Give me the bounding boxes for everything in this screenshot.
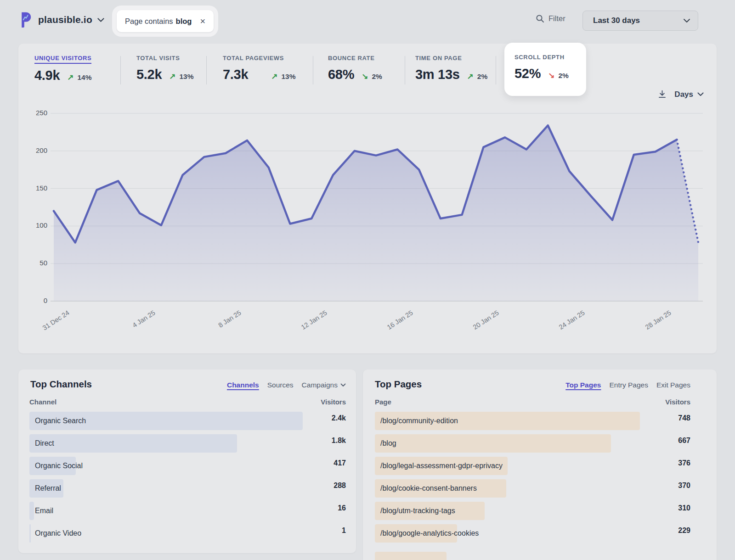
visitors-chart-panel: UNIQUE VISITORS 4.9k ↗ 14% TOTAL VISITS …	[18, 44, 717, 353]
stat-label: TOTAL PAGEVIEWS	[223, 55, 284, 63]
pages-column-headers: Page Visitors	[375, 398, 690, 406]
stat-value: 68%	[328, 67, 354, 82]
row-value: 1.8k	[332, 437, 346, 445]
filter-chip-highlight-ring: Page contains blog ×	[112, 6, 218, 37]
plausible-logo-icon	[20, 11, 33, 28]
tab-top-pages[interactable]: Top Pages	[565, 381, 601, 389]
top-channels-title: Top Channels	[30, 379, 92, 390]
column-header-visitors: Visitors	[321, 398, 346, 406]
table-row-partial[interactable]	[375, 552, 690, 560]
table-row[interactable]: /blog/legal-assessment-gdpr-eprivacy 376	[375, 457, 690, 475]
trend-up-icon: ↗	[271, 72, 277, 81]
row-bar	[29, 524, 31, 543]
stat-total-pageviews[interactable]: TOTAL PAGEVIEWS 7.3k ↗ 13%	[223, 54, 296, 82]
table-row[interactable]: Referral 288	[29, 479, 346, 498]
stat-label: UNIQUE VISITORS	[34, 55, 91, 64]
row-label: Direct	[35, 434, 54, 453]
filter-button-label: Filter	[548, 14, 565, 23]
stat-total-visits[interactable]: TOTAL VISITS 5.2k ↗ 13%	[136, 54, 194, 82]
row-value: 310	[678, 504, 690, 512]
stat-change: 2%	[558, 72, 568, 80]
table-row[interactable]: Organic Video 1	[29, 524, 346, 543]
stat-divider	[120, 56, 121, 84]
trend-down-icon: ↘	[362, 72, 368, 81]
table-row[interactable]: /blog/cookie-consent-banners 370	[375, 479, 690, 498]
row-label: Organic Search	[35, 412, 86, 430]
row-value: 417	[334, 459, 346, 467]
tab-campaigns[interactable]: Campaigns	[302, 381, 346, 389]
table-row[interactable]: /blog/google-analytics-cookies 229	[375, 524, 690, 543]
tab-exit-pages[interactable]: Exit Pages	[656, 381, 690, 389]
filter-button[interactable]: Filter	[533, 14, 568, 23]
row-label: Organic Social	[35, 457, 83, 475]
date-range-select[interactable]: Last 30 days	[582, 11, 698, 31]
table-row[interactable]: Direct 1.8k	[29, 434, 346, 453]
scroll-depth-highlight-card: SCROLL DEPTH 52% ↘ 2%	[504, 43, 586, 96]
row-bar	[375, 434, 611, 453]
top-channels-tabs: Channels Sources Campaigns	[227, 381, 346, 389]
x-axis-label: 16 Jan 25	[368, 309, 414, 342]
site-switcher[interactable]: plausible.io	[20, 11, 104, 28]
y-axis-label: 0	[22, 297, 47, 304]
stat-divider	[496, 56, 496, 84]
stat-label: TIME ON PAGE	[415, 55, 462, 63]
stat-divider	[405, 56, 405, 84]
row-value: 370	[678, 482, 690, 490]
channels-column-headers: Channel Visitors	[29, 398, 346, 406]
row-bar	[375, 552, 447, 560]
stat-divider	[313, 56, 313, 84]
tab-entry-pages[interactable]: Entry Pages	[609, 381, 648, 389]
row-label: /blog/cookie-consent-banners	[380, 479, 477, 498]
x-axis-label: 24 Jan 25	[540, 309, 586, 342]
filter-chip[interactable]: Page contains blog ×	[117, 10, 214, 32]
stat-change: 2%	[477, 73, 487, 81]
row-label: /blog	[380, 434, 396, 453]
stat-change: 13%	[180, 73, 194, 81]
row-label: Referral	[35, 479, 61, 498]
stat-value: 4.9k	[34, 68, 60, 83]
trend-down-icon: ↘	[548, 71, 554, 80]
row-label: Email	[35, 502, 53, 520]
tab-label: Campaigns	[302, 381, 338, 389]
date-range-value: Last 30 days	[593, 16, 683, 25]
tab-channels[interactable]: Channels	[227, 381, 259, 389]
table-row[interactable]: /blog/community-edition 748	[375, 412, 690, 430]
interval-label: Days	[674, 90, 693, 99]
x-axis-label: 8 Jan 25	[196, 309, 243, 342]
x-axis-label: 12 Jan 25	[282, 309, 328, 342]
table-row[interactable]: Organic Search 2.4k	[29, 412, 346, 430]
pages-rows: /blog/community-edition 748 /blog 667 /b…	[375, 412, 690, 560]
stat-value: 52%	[514, 66, 541, 81]
table-row[interactable]: /blog 667	[375, 434, 690, 453]
table-row[interactable]: Email 16	[29, 502, 346, 520]
interval-select[interactable]: Days	[674, 90, 704, 99]
search-icon	[536, 14, 544, 23]
stat-change: 13%	[282, 73, 296, 81]
plausible-dashboard: plausible.io Page contains blog × Filter…	[0, 0, 735, 560]
y-axis-label: 150	[22, 184, 47, 192]
stat-scroll-depth[interactable]: SCROLL DEPTH 52% ↘ 2%	[514, 53, 569, 81]
close-icon[interactable]: ×	[200, 17, 205, 26]
filter-chip-value: blog	[176, 17, 192, 26]
row-value: 748	[678, 414, 690, 422]
table-row[interactable]: Organic Social 417	[29, 457, 346, 475]
visitors-line-chart: 05010015020025031 Dec 244 Jan 258 Jan 25…	[51, 110, 703, 304]
stat-label: BOUNCE RATE	[328, 55, 375, 63]
chevron-down-icon	[340, 383, 346, 387]
row-bar	[29, 502, 34, 520]
stat-value: 5.2k	[136, 67, 162, 82]
trend-up-icon: ↗	[169, 72, 175, 81]
y-axis-label: 50	[22, 259, 47, 267]
stat-bounce-rate[interactable]: BOUNCE RATE 68% ↘ 2%	[328, 54, 382, 82]
trend-up-icon: ↗	[467, 72, 474, 81]
stat-label: TOTAL VISITS	[136, 55, 180, 63]
tab-sources[interactable]: Sources	[267, 381, 294, 389]
stat-time-on-page[interactable]: TIME ON PAGE 3m 13s ↗ 2%	[415, 54, 487, 82]
top-pages-title: Top Pages	[375, 379, 422, 390]
stat-unique-visitors[interactable]: UNIQUE VISITORS 4.9k ↗ 14%	[34, 54, 92, 83]
download-icon[interactable]	[657, 90, 667, 99]
table-row[interactable]: /blog/utm-tracking-tags 310	[375, 502, 690, 520]
row-label: /blog/community-edition	[380, 412, 458, 430]
channels-rows: Organic Search 2.4k Direct 1.8k Organic …	[29, 412, 346, 547]
x-axis-label: 28 Jan 25	[626, 309, 672, 342]
